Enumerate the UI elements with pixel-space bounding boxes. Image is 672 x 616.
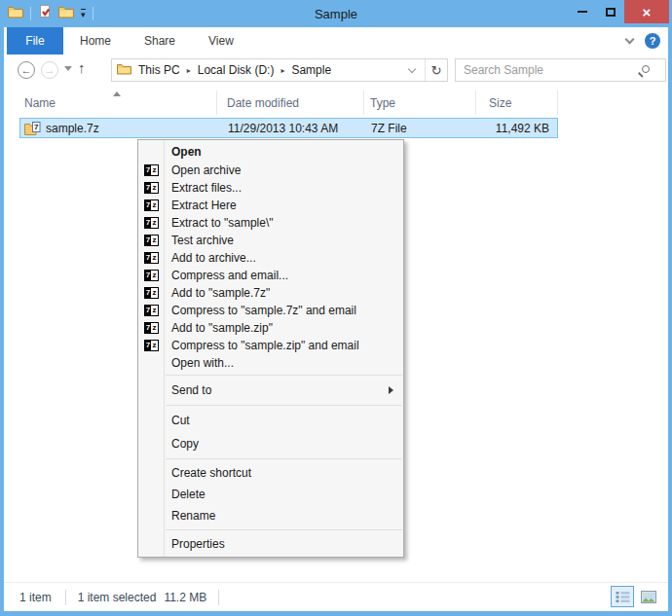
breadcrumb-separator-icon[interactable]: ▸ (183, 66, 195, 75)
sort-ascending-icon (113, 91, 121, 96)
column-header-type[interactable]: Type (370, 96, 395, 110)
view-switcher (611, 586, 660, 607)
menu-item-extract-files[interactable]: 7z Extract files... (138, 179, 403, 197)
divider (65, 590, 66, 605)
7zip-icon: 7z (144, 164, 159, 176)
7zip-icon: 7z (144, 322, 159, 334)
7zip-icon: 7z (144, 235, 159, 246)
7zip-icon: 7z (144, 217, 159, 229)
menu-separator (166, 458, 402, 459)
navigation-toolbar: ← → ↑ This PC ▸ Local Disk (D:) ▸ Sample… (4, 54, 668, 86)
column-header-row: Name Date modified Type Size (4, 91, 668, 116)
tab-share[interactable]: Share (128, 27, 192, 54)
column-header-name[interactable]: Name (24, 96, 56, 110)
file-date-modified: 11/29/2013 10:43 AM (228, 122, 338, 135)
app-folder-icon (8, 5, 23, 22)
customize-toolbar-dropdown-icon[interactable]: ▾ (81, 9, 86, 19)
7zip-icon: 7z (144, 182, 159, 194)
thumbnails-view-button[interactable] (637, 586, 660, 607)
menu-separator (166, 375, 402, 376)
menu-separator (166, 529, 402, 530)
breadcrumb-sample[interactable]: Sample (288, 63, 334, 77)
search-input[interactable] (464, 60, 639, 80)
menu-item-extract-to-sample[interactable]: 7z Extract to "sample\" (138, 214, 403, 232)
properties-check-icon[interactable] (38, 5, 52, 22)
address-dropdown-icon[interactable] (408, 65, 416, 73)
quick-access-toolbar: ▾ (8, 0, 93, 27)
divider (218, 590, 219, 605)
menu-item-compress-to-sample-7z-and-email[interactable]: 7z Compress to "sample.7z" and email (138, 302, 403, 319)
item-count: 1 item (19, 591, 52, 604)
status-bar: 1 item 1 item selected 11.2 MB (4, 582, 668, 611)
file-row-sample-7z[interactable]: 7 sample.7z 11/29/2013 10:43 AM 7Z File … (19, 118, 558, 138)
minimize-button[interactable] (568, 0, 596, 23)
search-box (455, 58, 666, 82)
tab-view[interactable]: View (192, 27, 250, 54)
menu-item-open-archive[interactable]: 7z Open archive (138, 162, 403, 179)
breadcrumb-this-pc[interactable]: This PC (135, 63, 183, 77)
back-button[interactable]: ← (18, 61, 35, 79)
menu-item-open[interactable]: Open (138, 142, 403, 162)
window-controls: × (568, 0, 669, 23)
menu-item-rename[interactable]: Rename (138, 505, 403, 526)
maximize-button[interactable] (596, 0, 624, 23)
file-name: sample.7z (46, 122, 99, 135)
toolbar-separator (93, 7, 93, 20)
menu-item-send-to[interactable]: Send to (138, 379, 403, 402)
forward-button: → (41, 61, 58, 79)
help-icon[interactable]: ? (645, 33, 660, 49)
address-folder-icon (117, 61, 131, 79)
refresh-icon[interactable]: ↻ (426, 63, 447, 78)
menu-item-cut[interactable]: Cut (138, 409, 403, 432)
new-folder-icon[interactable] (58, 5, 74, 22)
menu-item-add-to-sample-zip[interactable]: 7z Add to "sample.zip" (138, 319, 403, 337)
menu-item-delete[interactable]: Delete (138, 484, 403, 505)
toolbar-separator (30, 7, 31, 20)
7zip-icon: 7z (144, 270, 159, 281)
column-resize-handle[interactable] (557, 91, 558, 115)
column-resize-handle[interactable] (475, 91, 476, 115)
details-view-button[interactable] (611, 586, 634, 607)
7zip-icon: 7z (144, 287, 159, 299)
menu-separator (166, 405, 402, 406)
tab-home[interactable]: Home (63, 27, 128, 54)
menu-item-properties[interactable]: Properties (138, 533, 403, 555)
menu-item-compress-and-email[interactable]: 7z Compress and email... (138, 267, 403, 284)
7zip-icon: 7z (144, 305, 159, 316)
column-resize-handle[interactable] (363, 91, 364, 115)
close-button[interactable]: × (624, 0, 669, 23)
column-header-date-modified[interactable]: Date modified (227, 96, 299, 110)
menu-item-test-archive[interactable]: 7z Test archive (138, 232, 403, 249)
menu-item-create-shortcut[interactable]: Create shortcut (138, 462, 403, 484)
svg-text:7: 7 (34, 123, 39, 131)
recent-locations-dropdown-icon[interactable] (64, 66, 72, 71)
menu-item-compress-to-sample-zip-and-email[interactable]: 7z Compress to "sample.zip" and email (138, 337, 403, 354)
file-type: 7Z File (371, 122, 407, 135)
breadcrumb-local-disk-d[interactable]: Local Disk (D:) (195, 63, 278, 77)
explorer-window: ▾ Sample × File Home Share View ? ← → ↑ (0, 0, 672, 616)
menu-item-copy[interactable]: Copy (138, 432, 403, 455)
menu-item-add-to-sample-7z[interactable]: 7z Add to "sample.7z" (138, 284, 403, 302)
selection-size: 11.2 MB (164, 591, 206, 604)
menu-item-open-with[interactable]: Open with... (138, 354, 403, 372)
submenu-arrow-icon (389, 386, 393, 394)
ribbon-tab-row: File Home Share View ? (4, 27, 668, 54)
search-icon[interactable] (642, 65, 650, 73)
tab-file[interactable]: File (7, 27, 63, 54)
address-bar[interactable]: This PC ▸ Local Disk (D:) ▸ Sample ↻ (111, 58, 448, 82)
menu-item-extract-here[interactable]: 7z Extract Here (138, 197, 403, 214)
column-resize-handle[interactable] (216, 91, 217, 115)
title-bar: ▾ Sample × (0, 0, 672, 27)
7zip-icon: 7z (144, 199, 159, 211)
menu-item-add-to-archive[interactable]: 7z Add to archive... (138, 249, 403, 267)
file-size: 11,492 KB (496, 122, 549, 135)
up-button[interactable]: ↑ (78, 59, 86, 76)
selection-count: 1 item selected (78, 591, 157, 604)
column-header-size[interactable]: Size (489, 96, 511, 110)
expand-ribbon-icon[interactable] (625, 35, 635, 45)
7zip-icon: 7z (144, 340, 159, 351)
breadcrumb-separator-icon[interactable]: ▸ (277, 66, 288, 75)
context-menu: Open 7z Open archive 7z Extract files...… (137, 139, 404, 558)
7z-file-icon: 7 (24, 122, 41, 138)
7zip-icon: 7z (144, 252, 159, 264)
